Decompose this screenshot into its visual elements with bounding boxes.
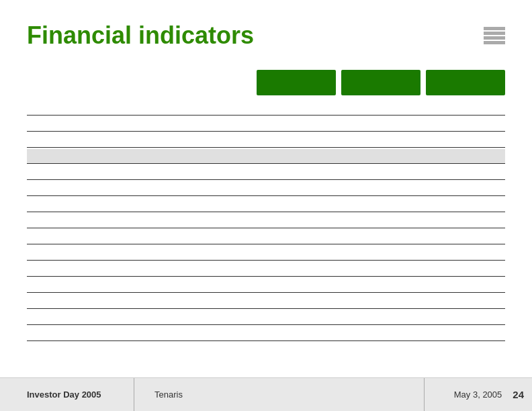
footer-date: May 3, 2005 — [454, 390, 502, 400]
cell-right2 — [371, 117, 450, 131]
table-row — [27, 294, 505, 309]
cell-left — [27, 326, 215, 340]
cell-left — [27, 133, 215, 147]
cell-mid — [220, 197, 281, 212]
cell-right1 — [286, 197, 365, 212]
cell-left — [27, 310, 215, 324]
cell-left — [27, 246, 215, 260]
cell-left — [27, 294, 215, 308]
cell-right3 — [455, 149, 532, 163]
cell-mid — [220, 117, 281, 131]
footer-company-name: Tenaris — [154, 390, 183, 400]
cell-left — [27, 278, 215, 292]
cell-left — [27, 262, 215, 276]
table-row — [27, 326, 505, 341]
table-row — [27, 117, 505, 132]
cell-right1 — [286, 165, 365, 179]
cell-mid — [220, 133, 281, 147]
cell-right3 — [455, 117, 532, 131]
col-header-2 — [341, 70, 420, 95]
menu-line-4 — [484, 41, 505, 44]
menu-line-1 — [484, 27, 505, 30]
cell-right1 — [286, 181, 365, 195]
col-header-3 — [426, 70, 505, 95]
menu-icon — [484, 27, 505, 44]
header: Financial indicators — [0, 0, 532, 63]
cell-right1 — [286, 101, 365, 115]
table-row — [27, 197, 505, 212]
cell-mid — [220, 165, 281, 179]
footer-event: Investor Day 2005 — [27, 390, 101, 400]
table-row — [27, 133, 505, 148]
footer-brand: Investor Day 2005 — [0, 378, 134, 411]
table-row — [27, 181, 505, 196]
cell-left — [27, 149, 215, 163]
cell-right1 — [286, 149, 365, 163]
table-area — [0, 70, 532, 341]
table-row — [27, 262, 505, 277]
table-row — [27, 101, 505, 116]
cell-right1 — [286, 214, 365, 228]
table-row — [27, 310, 505, 325]
table-row-highlighted — [27, 149, 505, 164]
cell-right2 — [371, 101, 450, 115]
cell-left — [27, 214, 215, 228]
cell-mid — [220, 101, 281, 115]
cell-left — [27, 101, 215, 115]
page-title: Financial indicators — [27, 21, 254, 50]
footer: Investor Day 2005 Tenaris May 3, 2005 24 — [0, 377, 532, 411]
menu-line-2 — [484, 32, 505, 35]
table-row — [27, 214, 505, 228]
cell-right1 — [286, 117, 365, 131]
col-spacer — [63, 70, 251, 95]
cell-mid — [220, 181, 281, 195]
cell-right1 — [286, 246, 365, 260]
cell-mid — [220, 230, 281, 244]
footer-company: Tenaris — [134, 378, 425, 411]
table-row — [27, 278, 505, 293]
cell-mid — [220, 214, 281, 228]
slide: Financial indicators — [0, 0, 532, 411]
footer-meta: May 3, 2005 24 — [425, 378, 532, 411]
cell-left — [27, 197, 215, 212]
cell-mid — [220, 246, 281, 260]
cell-right3 — [455, 101, 532, 115]
cell-mid — [220, 149, 281, 163]
cell-left — [27, 181, 215, 195]
table-row — [27, 246, 505, 261]
cell-left — [27, 117, 215, 131]
col-header-1 — [257, 70, 336, 95]
table-row — [27, 230, 505, 244]
column-headers — [27, 70, 505, 95]
table-row — [27, 165, 505, 180]
cell-left — [27, 165, 215, 179]
cell-left — [27, 230, 215, 244]
cell-right1 — [286, 230, 365, 244]
menu-line-3 — [484, 36, 505, 40]
footer-page-number: 24 — [513, 389, 524, 400]
